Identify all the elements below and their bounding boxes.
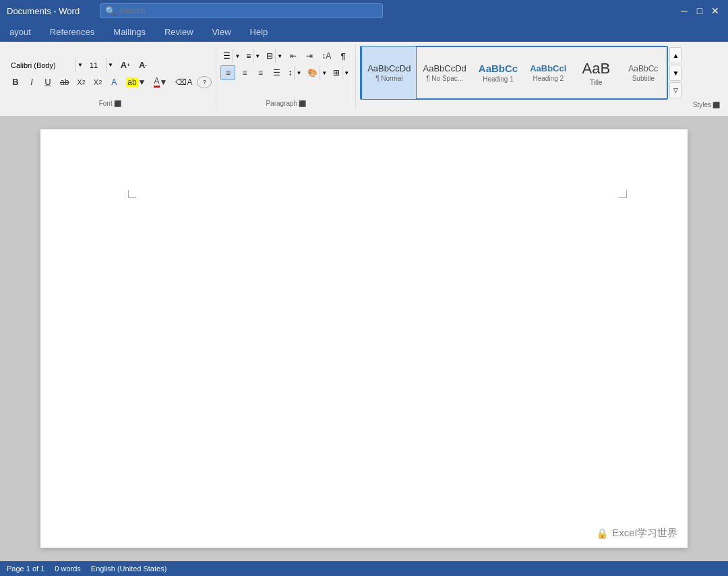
font-color-button[interactable]: A▼ — [150, 75, 171, 90]
styles-scroll-up[interactable]: ▲ — [669, 47, 681, 63]
style-title-label: Title — [590, 79, 603, 86]
paragraph-group-label: Paragraph ⬛ — [266, 100, 306, 107]
style-h2-label: Heading 2 — [533, 75, 564, 82]
watermark-text: Excel学习世界 — [612, 527, 677, 540]
text-style-circle[interactable]: ? — [197, 76, 212, 88]
superscript-button[interactable]: X2 — [90, 75, 105, 90]
search-input[interactable] — [100, 3, 383, 18]
tab-layout[interactable]: ayout — [0, 22, 40, 42]
ribbon: Calibri (Body) ▼ 11 ▼ A+ A- B I U ab — [0, 42, 728, 116]
numbered-list-button[interactable]: ≡ ▼ — [243, 49, 262, 63]
borders-button[interactable]: ⊞ ▼ — [330, 65, 351, 80]
styles-scroll: ▲ ▼ ▽ — [669, 47, 681, 98]
search-wrapper: 🔍 — [100, 3, 383, 18]
bullets-button[interactable]: ☰ ▼ — [220, 49, 242, 63]
close-button[interactable]: ✕ — [709, 5, 721, 17]
style-h1-preview: AaBbCc — [479, 63, 518, 74]
shading-button[interactable]: 🎨 ▼ — [305, 65, 329, 80]
paragraph-dialog-launcher[interactable]: ⬛ — [299, 100, 306, 107]
decrease-indent-button[interactable]: ⇤ — [286, 49, 301, 63]
line-spacing-button[interactable]: ↕ ▼ — [285, 65, 303, 80]
style-h2-preview: AaBbCcl — [530, 63, 566, 73]
status-bar: Page 1 of 1 0 words English (United Stat… — [0, 561, 728, 576]
align-center-button[interactable]: ≡ — [237, 65, 251, 80]
font-group: Calibri (Body) ▼ 11 ▼ A+ A- B I U ab — [4, 44, 216, 108]
style-nospace-preview: AaBbCcDd — [423, 63, 466, 73]
tab-help[interactable]: Help — [241, 22, 278, 42]
highlight-button[interactable]: ab▼ — [123, 75, 149, 90]
increase-indent-button[interactable]: ⇥ — [302, 49, 317, 63]
document-page[interactable]: 🔒 Excel学习世界 — [40, 129, 688, 548]
ribbon-tabs: ayout References Mailings Review View He… — [0, 22, 728, 42]
style-title[interactable]: AaB Title — [572, 46, 619, 100]
style-subtitle[interactable]: AaBbCc Subtitle — [619, 46, 667, 100]
underline-button[interactable]: U — [40, 75, 55, 90]
minimize-button[interactable]: ─ — [678, 5, 690, 17]
styles-group-label: Styles ⬛ — [693, 101, 720, 110]
paragraph-group: ☰ ▼ ≡ ▼ ⊟ ▼ ⇤ ⇥ ↕A ¶ — [216, 44, 356, 108]
language: English (United States) — [91, 565, 167, 573]
styles-dialog-launcher[interactable]: ⬛ — [712, 102, 720, 108]
document-area: 🔒 Excel学习世界 — [0, 116, 728, 561]
show-paragraph-button[interactable]: ¶ — [336, 49, 351, 63]
strikethrough-button[interactable]: ab — [57, 75, 72, 90]
font-name-dropdown[interactable]: Calibri (Body) ▼ — [8, 58, 85, 73]
styles-scroll-down[interactable]: ▼ — [669, 65, 681, 81]
font-group-label: Font ⬛ — [99, 100, 121, 107]
multilevel-list-button[interactable]: ⊟ ▼ — [264, 49, 284, 63]
tab-references[interactable]: References — [40, 22, 104, 42]
window-controls: ─ □ ✕ — [678, 5, 721, 17]
styles-expand[interactable]: ▽ — [669, 82, 681, 98]
sort-button[interactable]: ↕A — [318, 49, 334, 63]
maximize-button[interactable]: □ — [694, 5, 706, 17]
style-heading1[interactable]: AaBbCc Heading 1 — [473, 46, 524, 100]
clear-formatting-button[interactable]: ⌫A — [172, 75, 195, 90]
align-left-button[interactable]: ≡ — [220, 65, 235, 80]
text-effects-button[interactable]: A — [107, 75, 121, 90]
style-heading2[interactable]: AaBbCcl Heading 2 — [524, 46, 572, 100]
style-h1-label: Heading 1 — [483, 75, 514, 83]
search-icon: 🔍 — [105, 6, 116, 16]
style-nospace[interactable]: AaBbCcDd ¶ No Spac... — [417, 46, 472, 100]
style-normal[interactable]: AaBbCcDd ¶ Normal — [361, 46, 417, 100]
style-subtitle-label: Subtitle — [632, 75, 655, 82]
italic-button[interactable]: I — [24, 75, 39, 90]
style-subtitle-preview: AaBbCc — [628, 64, 658, 73]
watermark: 🔒 Excel学习世界 — [596, 527, 677, 540]
margin-marker-tr — [619, 190, 627, 198]
font-grow-button[interactable]: A+ — [117, 58, 133, 73]
bold-button[interactable]: B — [8, 75, 23, 90]
tab-review[interactable]: Review — [155, 22, 203, 42]
style-title-preview: AaB — [582, 60, 611, 77]
tab-view[interactable]: View — [203, 22, 241, 42]
page-info: Page 1 of 1 — [7, 565, 44, 573]
styles-group: AaBbCcDd ¶ Normal AaBbCcDd ¶ No Spac... … — [356, 44, 724, 108]
margin-marker-tl — [128, 190, 136, 198]
justify-button[interactable]: ☰ — [269, 65, 284, 80]
style-normal-label: ¶ Normal — [375, 75, 402, 82]
word-count: 0 words — [55, 565, 81, 573]
title-bar: Documents - Word 🔍 ─ □ ✕ — [0, 0, 728, 22]
font-shrink-button[interactable]: A- — [135, 58, 150, 73]
ribbon-content: Calibri (Body) ▼ 11 ▼ A+ A- B I U ab — [0, 42, 728, 106]
style-normal-preview: AaBbCcDd — [367, 63, 411, 73]
font-size-dropdown[interactable]: 11 ▼ — [87, 58, 115, 73]
subscript-button[interactable]: X2 — [73, 75, 88, 90]
style-nospace-label: ¶ No Spac... — [426, 75, 463, 82]
tab-mailings[interactable]: Mailings — [104, 22, 155, 42]
font-dialog-launcher[interactable]: ⬛ — [114, 100, 121, 107]
align-right-button[interactable]: ≡ — [253, 65, 268, 80]
watermark-icon: 🔒 — [596, 527, 609, 540]
app-title: Documents - Word — [7, 6, 80, 16]
